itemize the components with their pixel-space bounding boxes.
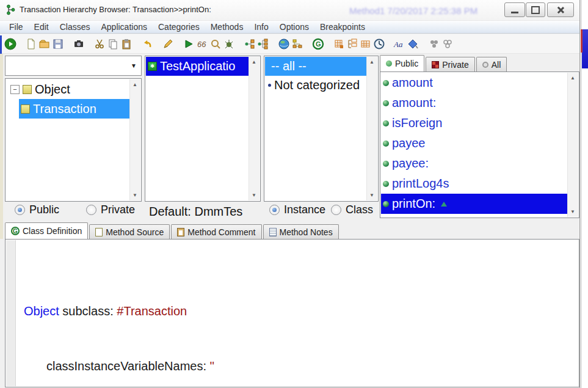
menu-file[interactable]: File	[4, 22, 29, 32]
copy-icon[interactable]	[106, 37, 120, 51]
private-radio[interactable]	[86, 205, 96, 215]
clock-icon[interactable]	[372, 37, 386, 51]
private-radio-label: Private	[101, 203, 135, 216]
close-button[interactable]	[547, 2, 574, 17]
close-icon	[557, 6, 564, 13]
cut-icon[interactable]	[93, 37, 106, 51]
tab-method-source[interactable]: Method Source	[89, 224, 170, 239]
method-item[interactable]: payee	[381, 133, 568, 153]
open-folder-icon[interactable]	[38, 37, 51, 51]
scroll-up-icon[interactable]: ▲	[249, 57, 259, 67]
public-radio[interactable]	[15, 205, 25, 215]
editor-gutter	[6, 240, 16, 386]
collapse-icon[interactable]: −	[10, 85, 20, 94]
method-item[interactable]: amount:	[381, 93, 568, 113]
tab-private[interactable]: Private	[426, 57, 475, 71]
class-radio[interactable]	[331, 205, 341, 215]
svg-text:G: G	[316, 40, 321, 48]
scroll-up-icon[interactable]: ▲	[568, 73, 578, 82]
tab-class-definition[interactable]: G Class Definition	[5, 222, 88, 239]
background-window-sliver-blue	[582, 29, 588, 68]
menu-applications[interactable]: Applications	[95, 22, 153, 32]
scope-class-option[interactable]: Class	[331, 203, 373, 216]
grid-list-icon[interactable]	[346, 37, 359, 51]
menu-classes[interactable]: Classes	[54, 22, 96, 32]
tab-method-notes[interactable]: Method Notes	[263, 224, 339, 239]
list-item-application[interactable]: ✱ TestApplicatio	[146, 57, 249, 76]
go-icon[interactable]: G	[311, 37, 325, 51]
grid-edit-icon[interactable]	[359, 37, 372, 51]
undo-icon[interactable]	[140, 37, 154, 51]
menu-edit[interactable]: Edit	[29, 22, 54, 32]
menu-categories[interactable]: Categories	[153, 22, 205, 32]
new-document-icon[interactable]	[24, 37, 38, 51]
tree-item-label: Transaction	[33, 102, 96, 116]
spectacles-icon[interactable]: 66	[195, 37, 209, 51]
scroll-down-icon[interactable]: ▼	[249, 191, 259, 200]
private-tab-icon	[432, 61, 439, 68]
menu-methods[interactable]: Methods	[205, 22, 249, 32]
tab-label: Method Source	[106, 227, 164, 237]
run-icon[interactable]	[4, 37, 17, 51]
tree-item-object[interactable]: − Object	[9, 79, 130, 99]
tab-public[interactable]: Public	[380, 55, 424, 71]
browser-window: Transaction Hierarchy Browser: Transacti…	[0, 0, 580, 388]
tab-method-comment[interactable]: Method Comment	[171, 224, 261, 239]
globe-icon[interactable]	[277, 37, 291, 51]
scroll-down-icon[interactable]: ▼	[367, 191, 377, 200]
save-icon[interactable]	[51, 37, 65, 51]
tab-label: All	[492, 60, 501, 70]
font-icon[interactable]: Aa	[393, 37, 407, 51]
debug-icon[interactable]	[222, 37, 236, 51]
scroll-down-icon[interactable]: ▼	[568, 207, 578, 216]
senders-icon[interactable]	[243, 37, 256, 51]
camera-icon[interactable]	[72, 37, 85, 51]
pen-icon[interactable]	[161, 37, 175, 51]
tree-item-transaction[interactable]: Transaction	[19, 99, 130, 119]
method-icon	[383, 161, 389, 167]
visibility-private-option[interactable]: Private	[86, 203, 135, 216]
class-list-scrollbar[interactable]: ▲ ▼	[129, 79, 140, 200]
paste-icon[interactable]	[120, 37, 133, 51]
methods-list: amount amount: isForeign payee payee: pr…	[380, 71, 579, 218]
minimize-button[interactable]	[504, 2, 525, 17]
method-label: payee:	[392, 156, 429, 170]
group-icon[interactable]	[427, 37, 441, 51]
method-item[interactable]: amount	[381, 73, 568, 93]
play-icon[interactable]	[182, 37, 195, 51]
editor-tabs: G Class Definition Method Source Method …	[5, 222, 339, 239]
list-item-all-categories[interactable]: -- all --	[265, 57, 367, 76]
class-browser-icon[interactable]	[291, 37, 304, 51]
chevron-down-icon[interactable]: ▼	[128, 57, 140, 74]
visibility-public-option[interactable]: Public	[15, 203, 59, 216]
menu-breakpoints[interactable]: Breakpoints	[314, 22, 371, 32]
menu-options[interactable]: Options	[274, 22, 314, 32]
implementors-icon[interactable]	[256, 37, 270, 51]
maximize-button[interactable]	[526, 2, 545, 17]
instance-radio[interactable]	[269, 205, 280, 215]
scope-instance-option[interactable]: Instance	[269, 203, 325, 216]
code-class-ref: Object	[24, 304, 62, 318]
code-line: Object subclass: #Transaction	[24, 302, 267, 320]
menu-info[interactable]: Info	[249, 22, 274, 32]
method-item[interactable]: isForeign	[381, 113, 568, 133]
grid-add-icon[interactable]	[332, 37, 346, 51]
list-item-not-categorized[interactable]: Not categorized	[265, 76, 367, 95]
scroll-up-icon[interactable]: ▲	[130, 80, 140, 89]
scroll-down-icon[interactable]: ▼	[130, 191, 140, 200]
search-icon[interactable]	[209, 37, 222, 51]
ungroup-icon[interactable]	[441, 37, 454, 51]
class-filter-combobox[interactable]: ▼	[5, 56, 142, 76]
scroll-up-icon[interactable]: ▲	[367, 57, 377, 67]
applications-scrollbar[interactable]: ▲ ▼	[249, 57, 260, 200]
method-item[interactable]: payee:	[381, 153, 568, 174]
fill-icon[interactable]	[407, 37, 420, 51]
tab-all[interactable]: All	[476, 57, 507, 71]
method-item[interactable]: printLog4s	[381, 174, 568, 194]
method-visibility-tabs: Public Private All	[380, 55, 507, 71]
class-definition-editor[interactable]: Object subclass: #Transaction classInsta…	[5, 239, 579, 387]
categories-scrollbar[interactable]: ▲ ▼	[366, 57, 377, 200]
window-title: Transaction Hierarchy Browser: Transacti…	[20, 5, 211, 14]
method-item-selected[interactable]: printOn:	[381, 194, 568, 214]
methods-scrollbar[interactable]: ▲ ▼	[567, 73, 578, 217]
